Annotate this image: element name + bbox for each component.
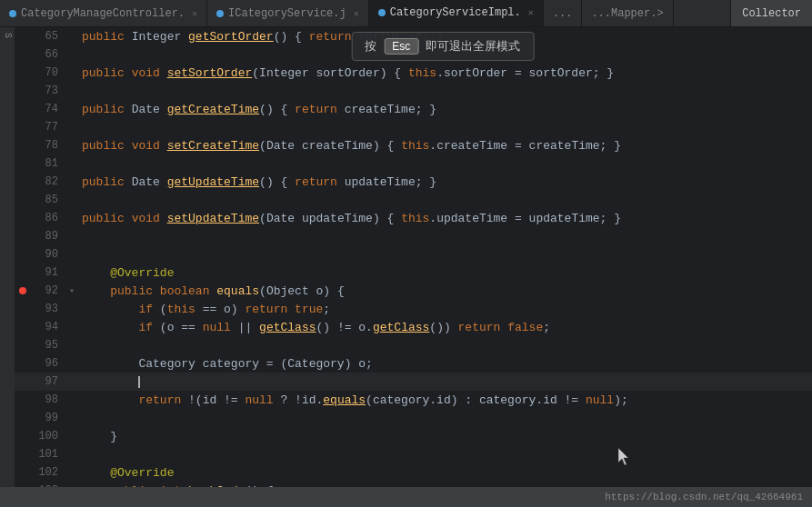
code-text: public Date getCreateTime() { return cre… (78, 103, 812, 116)
esc-key-badge: Esc (384, 38, 418, 55)
structure-label: S (3, 33, 13, 38)
code-row: 78public void setCreateTime(Date createT… (15, 136, 812, 154)
code-row: 102 @Override (15, 463, 812, 482)
code-text: public void setUpdateTime(Date updateTim… (78, 212, 812, 225)
collector-label: Collector (742, 7, 801, 20)
tab-1-dot (9, 10, 16, 17)
line-number: 93 (31, 303, 65, 315)
line-number: 89 (31, 230, 65, 243)
code-row: 73 (15, 82, 812, 100)
esc-hint-text: 按 (365, 38, 376, 55)
code-text: if (this == o) return true; (78, 303, 812, 316)
tab-4-label: ... (553, 7, 573, 20)
code-text: Category category = (Category) o; (78, 357, 812, 371)
tab-1-close[interactable]: ✕ (192, 8, 197, 19)
line-number: 74 (31, 103, 65, 115)
tab-1[interactable]: CategoryManageController. ✕ (0, 0, 207, 26)
fold-col[interactable]: ▾ (65, 285, 78, 296)
code-row: 98 return !(id != null ? !id.equals(cate… (15, 391, 812, 409)
structure-gutter: S (0, 27, 15, 507)
code-row: 81 (15, 154, 812, 173)
code-rows: 65public Integer getSortOrder() { return… (15, 27, 812, 507)
line-number: 90 (31, 248, 65, 261)
line-number: 96 (31, 357, 65, 370)
code-row: 86public void setUpdateTime(Date updateT… (15, 209, 812, 227)
code-text: public void setCreateTime(Date createTim… (78, 139, 812, 153)
line-number: 73 (31, 84, 65, 97)
code-row: 93 if (this == o) return true; (15, 300, 812, 318)
code-text: public boolean equals(Object o) { (78, 284, 812, 298)
tab-1-label: CategoryManageController. (21, 7, 185, 20)
code-row: 92▾ public boolean equals(Object o) { (15, 282, 812, 300)
tab-bar: CategoryManageController. ✕ ICategorySer… (0, 0, 812, 27)
line-number: 92 (31, 284, 65, 297)
code-row: 74public Date getCreateTime() { return c… (15, 100, 812, 118)
line-number: 66 (31, 48, 65, 61)
line-number: 78 (31, 139, 65, 152)
code-row: 77 (15, 118, 812, 136)
code-text: public void setSortOrder(Integer sortOrd… (78, 66, 812, 80)
code-row: 100 } (15, 427, 812, 445)
line-number: 65 (31, 30, 65, 43)
line-number: 70 (31, 66, 65, 79)
code-text: @Override (78, 266, 812, 280)
breakpoint-dot[interactable] (19, 287, 26, 294)
status-bar: https://blog.csdn.net/qq_42664961 (0, 487, 812, 507)
code-row: 94 if (o == null || getClass() != o.getC… (15, 318, 812, 336)
line-number: 101 (31, 448, 65, 461)
esc-desc-text: 即可退出全屏模式 (426, 38, 520, 55)
code-row: 95 (15, 336, 812, 354)
code-row: 99 (15, 409, 812, 427)
app-window: CategoryManageController. ✕ ICategorySer… (0, 0, 812, 507)
text-cursor (138, 376, 140, 388)
code-row: 101 (15, 445, 812, 463)
code-row: 96 Category category = (Category) o; (15, 354, 812, 373)
line-number: 98 (31, 393, 65, 406)
code-row: 90 (15, 245, 812, 263)
line-number: 99 (31, 412, 65, 424)
line-number: 95 (31, 339, 65, 352)
line-number: 100 (31, 430, 65, 442)
code-row: 82public Date getUpdateTime() { return u… (15, 173, 812, 191)
tab-2[interactable]: ICategoryService.j ✕ (207, 0, 369, 26)
tab-3[interactable]: CategoryServiceImpl. ✕ (369, 0, 544, 26)
line-number: 85 (31, 194, 65, 206)
editor-main: 65public Integer getSortOrder() { return… (15, 27, 812, 507)
line-number: 91 (31, 266, 65, 279)
tab-2-close[interactable]: ✕ (354, 8, 359, 19)
line-number: 77 (31, 121, 65, 134)
breakpoint-col (15, 287, 31, 294)
line-number: 94 (31, 321, 65, 333)
code-row: 70public void setSortOrder(Integer sortO… (15, 64, 812, 82)
code-text: } (78, 430, 812, 443)
tab-3-label: CategoryServiceImpl. (390, 6, 521, 19)
status-url: https://blog.csdn.net/qq_42664961 (605, 492, 803, 502)
tab-collector[interactable]: Collector (730, 0, 812, 26)
code-row: 85 (15, 191, 812, 209)
tab-4[interactable]: ... (544, 0, 583, 26)
code-area: S 65public Integer getSortOrder() { retu… (0, 27, 812, 507)
tab-3-dot (378, 9, 386, 16)
code-row: 97 (15, 373, 812, 391)
code-text: return !(id != null ? !id.equals(categor… (78, 393, 812, 407)
tab-5[interactable]: ...Mapper.> (582, 0, 673, 26)
line-number: 102 (31, 466, 65, 479)
line-number: 86 (31, 212, 65, 224)
line-number: 81 (31, 157, 65, 170)
tab-2-dot (216, 10, 224, 17)
line-number: 97 (31, 375, 65, 388)
esc-overlay: 按 Esc 即可退出全屏模式 (351, 32, 534, 61)
tab-2-label: ICategoryService.j (228, 7, 346, 20)
code-text: if (o == null || getClass() != o.getClas… (78, 321, 812, 334)
tab-5-label: ...Mapper.> (591, 7, 663, 20)
code-row: 91 @Override (15, 263, 812, 282)
code-text: @Override (78, 466, 812, 480)
line-number: 82 (31, 175, 65, 188)
code-row: 89 (15, 227, 812, 245)
code-text (78, 375, 812, 389)
tab-3-close[interactable]: ✕ (528, 7, 534, 18)
code-text: public Date getUpdateTime() { return upd… (78, 175, 812, 189)
